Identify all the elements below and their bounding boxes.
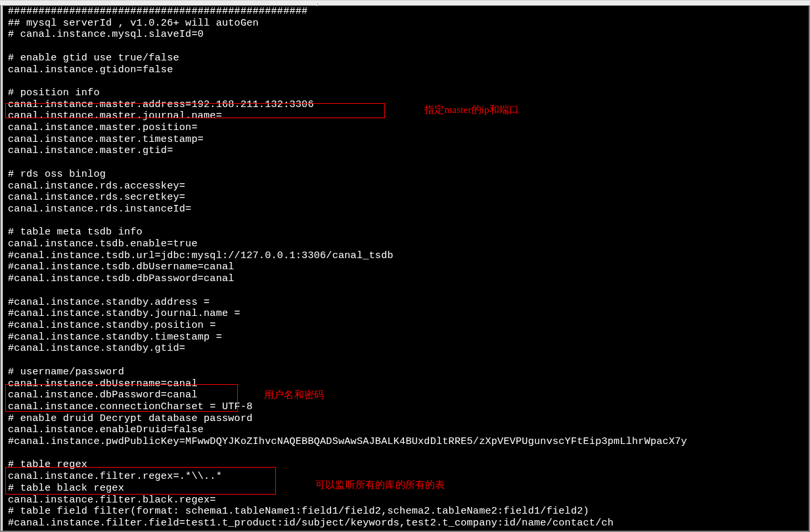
annotation-label-user-pass: 用户名和密码 — [264, 389, 324, 401]
terminal-viewport[interactable]: ########################################… — [1, 6, 809, 531]
window-tab-strip — [0, 0, 810, 6]
config-file-content: ########################################… — [8, 6, 809, 529]
annotation-label-master-address: 指定master的ip和端口 — [424, 104, 519, 116]
annotation-label-table-regex: 可以监听所有的库的所有的表 — [315, 479, 445, 491]
